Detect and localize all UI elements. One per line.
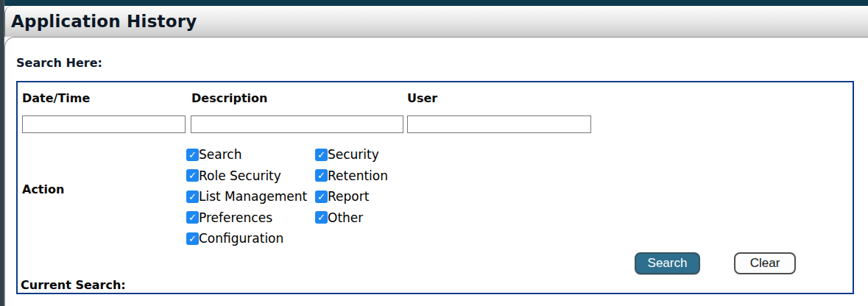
column-header-user: User bbox=[407, 91, 437, 105]
checkbox-checked-icon[interactable]: ✓ bbox=[186, 149, 199, 161]
datetime-input[interactable] bbox=[22, 115, 186, 133]
column-header-description: Description bbox=[191, 91, 267, 105]
checkbox-checked-icon[interactable]: ✓ bbox=[186, 169, 199, 182]
action-checkbox-search[interactable]: ✓ Search bbox=[186, 144, 307, 166]
search-here-label: Search Here: bbox=[16, 56, 102, 70]
action-checkbox-other[interactable]: ✓ Other bbox=[315, 207, 388, 229]
checkbox-checked-icon[interactable]: ✓ bbox=[315, 149, 328, 161]
checkbox-label: List Management bbox=[199, 189, 307, 204]
checkbox-label: Configuration bbox=[199, 231, 283, 246]
checkbox-label: Security bbox=[328, 147, 379, 162]
clear-button[interactable]: Clear bbox=[734, 252, 796, 274]
description-input[interactable] bbox=[191, 115, 403, 133]
action-checkbox-configuration[interactable]: ✓ Configuration bbox=[186, 228, 307, 249]
action-checkbox-column-1: ✓ Search ✓ Role Security ✓ List Manageme… bbox=[186, 144, 307, 249]
action-checkbox-report[interactable]: ✓ Report bbox=[315, 186, 388, 207]
action-checkbox-column-2: ✓ Security ✓ Retention ✓ Report ✓ Other bbox=[315, 144, 388, 228]
checkbox-label: Search bbox=[199, 147, 241, 162]
action-checkbox-preferences[interactable]: ✓ Preferences bbox=[186, 207, 307, 229]
column-header-datetime: Date/Time bbox=[22, 91, 90, 105]
checkbox-label: Retention bbox=[328, 168, 388, 183]
search-button[interactable]: Search bbox=[635, 252, 700, 274]
search-form-box: Date/Time Description User Action ✓ Sear… bbox=[16, 81, 854, 294]
action-checkbox-role-security[interactable]: ✓ Role Security bbox=[186, 166, 307, 187]
checkbox-label: Other bbox=[328, 210, 363, 225]
checkbox-label: Report bbox=[328, 189, 369, 204]
user-input[interactable] bbox=[407, 115, 591, 133]
checkbox-checked-icon[interactable]: ✓ bbox=[186, 232, 199, 245]
checkbox-checked-icon[interactable]: ✓ bbox=[315, 191, 328, 203]
action-checkbox-list-management[interactable]: ✓ List Management bbox=[186, 186, 307, 207]
checkbox-checked-icon[interactable]: ✓ bbox=[186, 191, 199, 203]
checkbox-label: Preferences bbox=[199, 210, 272, 225]
action-row-label: Action bbox=[22, 182, 64, 196]
checkbox-checked-icon[interactable]: ✓ bbox=[186, 211, 199, 224]
checkbox-checked-icon[interactable]: ✓ bbox=[315, 169, 328, 182]
checkbox-label: Role Security bbox=[199, 168, 281, 183]
page-title: Application History bbox=[11, 6, 197, 37]
action-checkbox-security[interactable]: ✓ Security bbox=[315, 144, 388, 166]
checkbox-checked-icon[interactable]: ✓ bbox=[315, 211, 328, 224]
page-header: Application History bbox=[4, 6, 868, 37]
application-history-page: Application History Search Here: Date/Ti… bbox=[0, 0, 868, 306]
action-checkbox-retention[interactable]: ✓ Retention bbox=[315, 166, 388, 187]
current-search-label: Current Search: bbox=[21, 278, 126, 292]
top-frame-bar bbox=[0, 0, 868, 6]
